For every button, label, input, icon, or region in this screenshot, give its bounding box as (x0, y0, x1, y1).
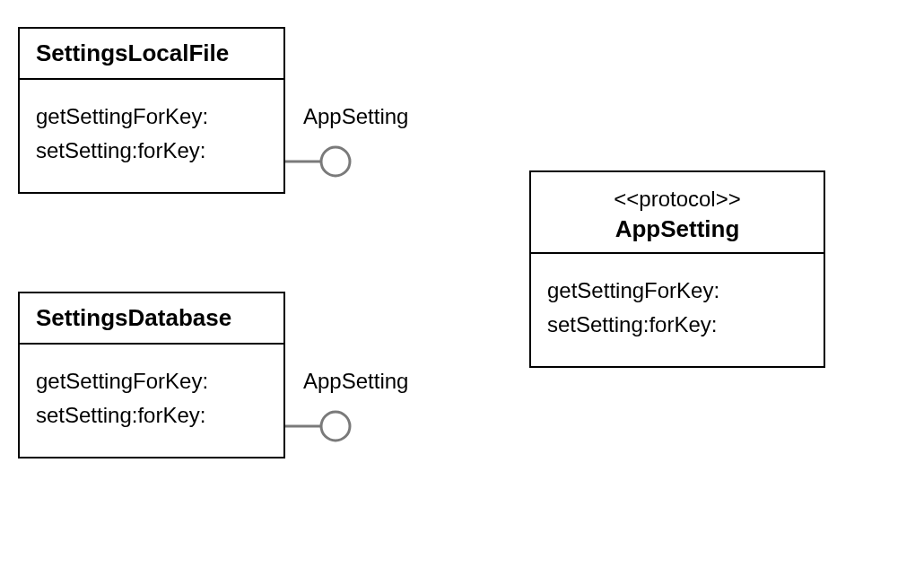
method: getSettingForKey: (36, 100, 267, 134)
uml-diagram: SettingsLocalFile getSettingForKey: setS… (0, 0, 924, 585)
method: getSettingForKey: (36, 364, 267, 398)
method: setSetting:forKey: (36, 398, 267, 432)
stereotype-label: <<protocol>> (556, 187, 798, 212)
class-settings-local-file: SettingsLocalFile getSettingForKey: setS… (18, 27, 285, 194)
method: setSetting:forKey: (547, 308, 807, 342)
protocol-app-setting: <<protocol>> AppSetting getSettingForKey… (529, 170, 825, 368)
protocol-name: AppSetting (556, 215, 798, 243)
class-body: getSettingForKey: setSetting:forKey: (20, 80, 283, 192)
interface-label-local: AppSetting (303, 104, 408, 129)
protocol-body: getSettingForKey: setSetting:forKey: (531, 254, 824, 366)
protocol-header: <<protocol>> AppSetting (531, 172, 824, 254)
class-body: getSettingForKey: setSetting:forKey: (20, 345, 283, 457)
class-title: SettingsLocalFile (20, 29, 283, 80)
interface-label-db: AppSetting (303, 369, 408, 394)
class-title: SettingsDatabase (20, 293, 283, 345)
lollipop-circle-db (321, 412, 350, 441)
method: getSettingForKey: (547, 274, 807, 308)
method: setSetting:forKey: (36, 134, 267, 168)
class-settings-database: SettingsDatabase getSettingForKey: setSe… (18, 292, 285, 458)
lollipop-circle-local (321, 147, 350, 176)
